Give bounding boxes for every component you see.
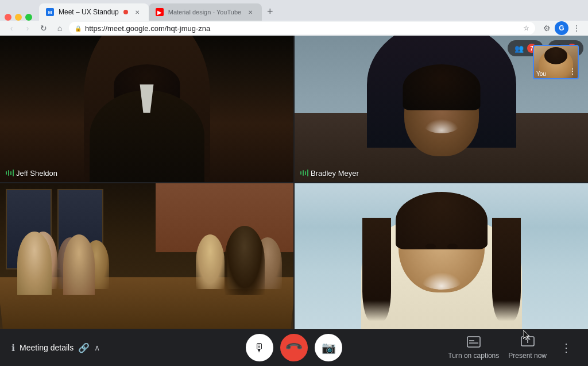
camera-button[interactable]: 📷 [315,334,342,361]
meeting-info: ℹ Meeting details 🔗 ∧ [11,342,100,353]
back-button[interactable]: ‹ [5,21,18,35]
mic-button[interactable]: 🎙 [246,334,273,361]
video-cell-group [0,183,293,330]
camera-icon: 📷 [322,341,336,355]
video-cell-jeff: Jeff Sheldon [0,36,293,182]
mic-bar [13,169,14,176]
new-tab-button[interactable]: + [262,3,278,20]
meet-container: Jeff Sheldon [0,36,588,366]
you-thumbnail: You ⋮ [533,45,579,79]
tab-meet-close-button[interactable]: ✕ [133,7,142,17]
mic-bar [6,171,7,175]
maximize-window-button[interactable] [25,14,32,21]
present-now-label: Present now [508,352,547,360]
menu-button[interactable]: ⋮ [570,21,583,35]
bottom-toolbar: ℹ Meeting details 🔗 ∧ 🎙 📞 📷 [0,329,588,366]
mic-bar [305,171,306,175]
profile-button[interactable]: G [555,21,568,35]
tab-bar: M Meet – UX Standup ✕ ▶ Material design … [0,0,588,21]
lock-icon: 🔒 [75,25,82,32]
more-options-button[interactable]: ⋮ [556,336,577,359]
tab-youtube-close-button[interactable]: ✕ [246,7,255,17]
extensions-button[interactable]: ⚙ [540,21,554,35]
address-bar-row: ‹ › ↻ ⌂ 🔒 https://meet.google.com/hqt-jm… [0,21,588,36]
center-controls: 🎙 📞 📷 [246,334,342,361]
jeff-name-label: Jeff Sheldon [16,169,57,178]
mic-bar [307,169,308,176]
captions-label: Turn on captions [448,352,499,360]
info-icon: ℹ [11,342,15,353]
video-grid: Jeff Sheldon [0,36,588,329]
mic-bar [300,171,301,175]
forward-button[interactable]: › [21,21,34,35]
tab-meet-title: Meet – UX Standup [59,8,119,16]
captions-button[interactable]: Turn on captions [448,336,499,360]
you-label: You [536,71,546,77]
mic-bar [303,170,304,176]
hangup-button[interactable]: 📞 [280,334,308,361]
recording-indicator [123,10,128,14]
present-area: Present now [508,336,547,360]
close-window-button[interactable] [5,14,11,21]
you-more-icon: ⋮ [568,67,577,76]
present-icon [521,336,535,350]
bookmark-icon[interactable]: ☆ [523,24,529,32]
video-cell-woman [295,183,588,330]
browser-chrome: M Meet – UX Standup ✕ ▶ Material design … [0,0,588,36]
participant-label-jeff: Jeff Sheldon [6,169,57,178]
captions-icon [467,336,481,350]
bradley-name-label: Bradley Meyer [311,169,359,178]
top-controls: 👥 7 💬 1 You ⋮ [508,40,583,56]
right-controls: Turn on captions Present now [448,336,577,360]
link-icon: 🔗 [78,342,90,353]
meet-favicon-icon: M [46,8,54,16]
participant-label-bradley: Bradley Meyer [300,169,359,178]
mic-bar [8,170,9,176]
meeting-details-label: Meeting details [20,343,74,352]
home-button[interactable]: ⌂ [53,21,67,35]
minimize-window-button[interactable] [15,14,22,21]
address-text: https://meet.google.com/hqt-jmug-zna [85,24,520,33]
svg-rect-0 [467,337,480,347]
tab-youtube-title: Material design - YouTube [168,9,241,16]
phone-hangup-icon: 📞 [284,338,304,358]
mic-indicator-jeff [6,169,14,176]
tab-youtube[interactable]: ▶ Material design - YouTube ✕ [149,3,262,21]
tab-meet[interactable]: M Meet – UX Standup ✕ [39,3,149,21]
people-icon: 👥 [514,44,524,53]
address-bar[interactable]: 🔒 https://meet.google.com/hqt-jmug-zna ☆ [69,22,535,34]
browser-actions: ⚙ G ⋮ [540,21,583,35]
traffic-lights [5,14,32,21]
youtube-favicon-icon: ▶ [156,8,164,16]
present-now-button[interactable]: Present now [508,336,547,360]
reload-button[interactable]: ↻ [37,21,51,35]
chevron-up-icon[interactable]: ∧ [94,343,100,352]
mic-bar [10,171,11,175]
microphone-icon: 🎙 [254,341,265,355]
mic-indicator-bradley [300,169,308,176]
